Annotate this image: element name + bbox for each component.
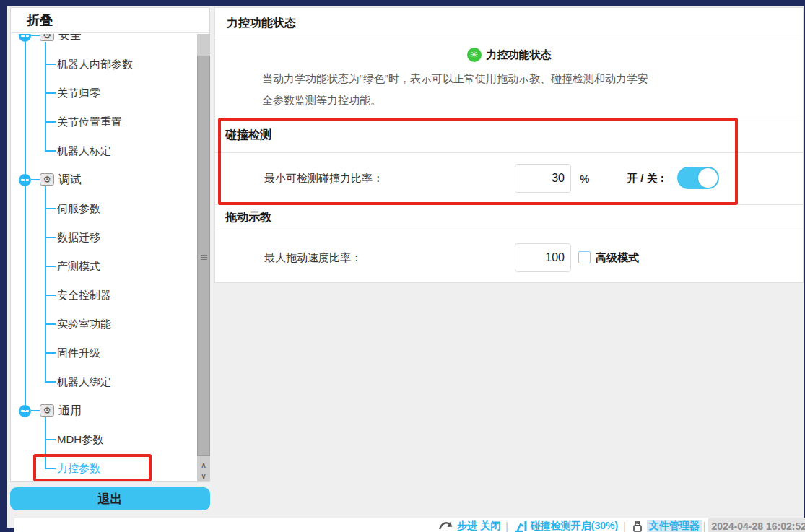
toggle-knob — [698, 168, 718, 188]
tree-connector-line — [45, 439, 56, 440]
clock-timestamp: 2024-04-28 16:02:52 — [708, 518, 805, 532]
file-manager[interactable]: 文件管理器 — [631, 520, 702, 532]
percent-unit-label: % — [580, 173, 589, 185]
panel-title: 力控功能状态 — [215, 8, 803, 38]
collision-status[interactable]: 碰撞检测开启(30%) — [513, 520, 618, 532]
tree-trunk-line — [25, 35, 26, 411]
gear-icon: ⚙ — [40, 34, 54, 41]
sidebar-item-1-3[interactable]: 安全控制器 — [57, 287, 111, 303]
exit-button[interactable]: 退出 — [10, 487, 210, 510]
sidebar-item-1-1[interactable]: 数据迁移 — [57, 230, 100, 245]
scrollbar-grip-icon — [201, 255, 207, 260]
status-description-line2: 全参数监测等力控功能。 — [262, 94, 381, 106]
status-description-line1: 当动力学功能状态为“绿色”时，表示可以正常使用拖动示教、碰撞检测和动力学安 — [262, 72, 648, 84]
collision-ratio-label: 最小可检测碰撞力比率： — [264, 172, 383, 186]
drag-section-header: 拖动示教 — [215, 204, 803, 230]
tree-connector-line — [45, 323, 56, 325]
usb-drive-icon — [631, 520, 644, 532]
status-ok-icon: ✳ — [467, 48, 482, 62]
tree-connector-line — [45, 266, 56, 267]
app-background: 折叠 ⚙安全机器人内部参数关节归零关节位置重置机器人标定⚙调试伺服参数数据迁移产… — [7, 6, 804, 528]
sidebar-item-1-6[interactable]: 机器人绑定 — [57, 374, 111, 390]
gear-icon: ⚙ — [40, 404, 54, 417]
tree-connector-line — [45, 150, 56, 152]
force-control-panel: 力控功能状态 ✳ 力控功能状态 当动力学功能状态为“绿色”时，表示可以正常使用拖… — [214, 7, 804, 283]
tree-connector-line — [31, 179, 40, 180]
tree-connector-line — [45, 352, 56, 354]
tree-connector-line — [45, 208, 56, 209]
collision-ratio-input[interactable] — [515, 164, 571, 193]
status-heading: ✳ 力控功能状态 — [215, 48, 803, 62]
step-status[interactable]: 步进 关闭 — [438, 520, 500, 532]
sidebar-collapse-header[interactable]: 折叠 — [11, 8, 209, 33]
sidebar-item-1-0[interactable]: 伺服参数 — [57, 201, 100, 217]
on-off-label: 开 / 关 : — [627, 172, 664, 186]
sidebar-item-1-5[interactable]: 固件升级 — [57, 345, 100, 361]
sidebar-tree: ⚙安全机器人内部参数关节归零关节位置重置机器人标定⚙调试伺服参数数据迁移产测模式… — [11, 34, 196, 481]
status-section: ✳ 力控功能状态 当动力学功能状态为“绿色”时，表示可以正常使用拖动示教、碰撞检… — [215, 38, 803, 118]
sidebar: 折叠 ⚙安全机器人内部参数关节归零关节位置重置机器人标定⚙调试伺服参数数据迁移产… — [10, 7, 210, 482]
app-window: 折叠 ⚙安全机器人内部参数关节归零关节位置重置机器人标定⚙调试伺服参数数据迁移产… — [0, 0, 805, 532]
collision-toggle-switch[interactable] — [677, 167, 719, 189]
status-heading-label: 力控功能状态 — [487, 48, 552, 62]
advanced-mode-checkbox[interactable] — [578, 251, 591, 263]
status-description: 当动力学功能状态为“绿色”时，表示可以正常使用拖动示教、碰撞检测和动力学安 全参… — [262, 68, 756, 111]
sidebar-group-1[interactable]: 调试 — [58, 172, 82, 188]
sidebar-group-0[interactable]: 安全 — [58, 34, 82, 43]
tree-connector-line — [45, 295, 56, 296]
sidebar-item-0-0[interactable]: 机器人内部参数 — [57, 56, 133, 72]
sidebar-item-1-2[interactable]: 产测模式 — [57, 258, 100, 274]
sidebar-item-1-4[interactable]: 实验室功能 — [57, 316, 111, 332]
tree-connector-line — [45, 121, 56, 123]
scroll-down-button[interactable]: ∨ — [197, 471, 210, 481]
scroll-up-button[interactable]: ∧ — [197, 461, 210, 471]
collision-status-label: 碰撞检测开启(30%) — [531, 520, 618, 532]
chevron-down-icon: ∨ — [201, 471, 206, 480]
sidebar-group-2[interactable]: 通用 — [58, 403, 82, 419]
step-status-label: 步进 关闭 — [457, 520, 500, 532]
tree-connector-line — [45, 64, 56, 65]
sidebar-item-0-1[interactable]: 关节归零 — [57, 85, 100, 101]
status-bar: 步进 关闭 | 碰撞检测开启(30%) | 文件管理器 — [14, 518, 805, 532]
collision-section-header: 碰撞检测 — [215, 118, 803, 153]
tree-connector-line — [45, 381, 56, 383]
collision-robot-icon — [513, 520, 528, 532]
statusbar-separator: | — [703, 520, 706, 532]
file-manager-label: 文件管理器 — [647, 520, 702, 532]
statusbar-separator: | — [505, 520, 508, 532]
drag-speed-input[interactable] — [515, 243, 571, 272]
advanced-mode-label: 高级模式 — [596, 251, 639, 265]
sidebar-item-0-2[interactable]: 关节位置重置 — [57, 114, 122, 130]
drag-speed-label: 最大拖动速度比率： — [264, 251, 362, 265]
tree-branch-line — [45, 417, 46, 469]
statusbar-separator: | — [623, 520, 626, 532]
sidebar-item-2-1[interactable]: 力控参数 — [57, 461, 100, 476]
tree-branch-line — [45, 42, 46, 152]
tree-connector-line — [45, 92, 56, 94]
sidebar-scrollbar-thumb[interactable] — [197, 56, 210, 456]
tree-connector-line — [45, 468, 56, 469]
tree-connector-line — [31, 35, 40, 36]
step-arrow-icon — [438, 520, 454, 532]
tree-connector-line — [45, 237, 56, 238]
chevron-up-icon: ∧ — [201, 461, 206, 469]
tree-connector-line — [31, 410, 40, 411]
gear-icon: ⚙ — [40, 173, 54, 186]
sidebar-item-0-3[interactable]: 机器人标定 — [57, 143, 111, 159]
sidebar-item-2-0[interactable]: MDH参数 — [57, 432, 103, 448]
